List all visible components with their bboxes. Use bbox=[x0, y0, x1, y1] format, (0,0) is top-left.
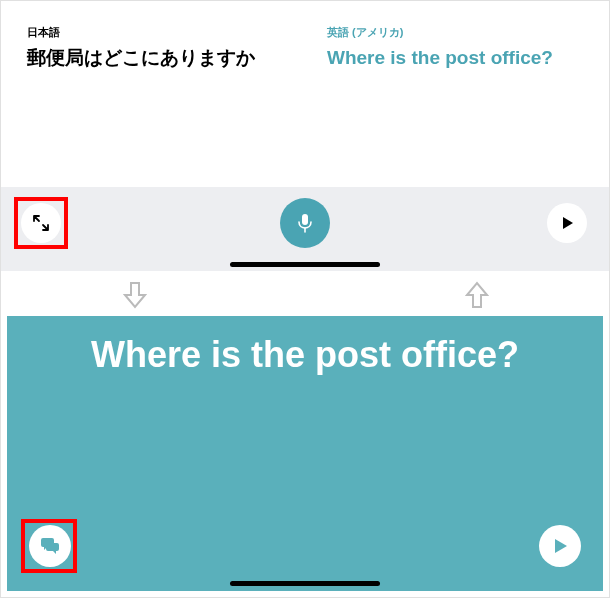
source-panel[interactable]: 日本語 郵便局はどこにありますか bbox=[7, 7, 303, 187]
microphone-button[interactable] bbox=[280, 198, 330, 248]
toolbar bbox=[1, 187, 609, 271]
source-text: 郵便局はどこにありますか bbox=[27, 45, 283, 71]
play-button-fullscreen[interactable] bbox=[539, 525, 581, 567]
play-icon bbox=[559, 215, 575, 231]
fullscreen-translation-text: Where is the post office? bbox=[31, 334, 579, 376]
arrow-down-icon bbox=[123, 281, 147, 309]
fullscreen-panel: Where is the post office? bbox=[7, 316, 603, 591]
target-text: Where is the post office? bbox=[327, 45, 583, 71]
arrow-up-icon bbox=[465, 281, 489, 309]
play-button[interactable] bbox=[547, 203, 587, 243]
home-indicator[interactable] bbox=[230, 262, 380, 267]
target-panel[interactable]: 英語 (アメリカ) Where is the post office? bbox=[307, 7, 603, 187]
source-language-label: 日本語 bbox=[27, 25, 283, 40]
svg-rect-0 bbox=[302, 214, 308, 225]
home-indicator[interactable] bbox=[230, 581, 380, 586]
highlight-conversation-button bbox=[21, 519, 77, 573]
transition-arrows bbox=[1, 276, 610, 306]
translation-panels: 日本語 郵便局はどこにありますか 英語 (アメリカ) Where is the … bbox=[1, 1, 609, 187]
target-language-label: 英語 (アメリカ) bbox=[327, 25, 583, 40]
highlight-expand-button bbox=[14, 197, 68, 249]
play-icon bbox=[551, 537, 569, 555]
microphone-icon bbox=[294, 212, 316, 234]
